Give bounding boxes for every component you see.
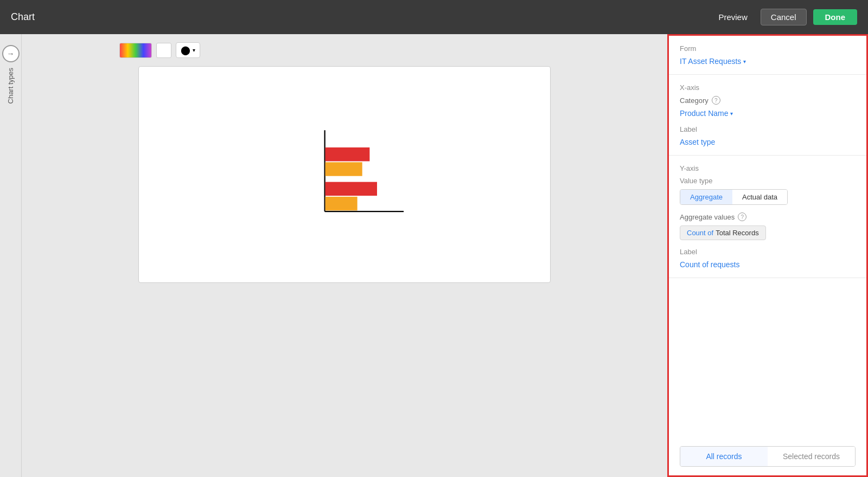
xaxis-label: X-axis: [680, 83, 856, 92]
svg-rect-3: [326, 162, 362, 176]
form-chevron-icon: ▾: [743, 59, 746, 65]
arrow-icon: →: [7, 49, 15, 58]
aggregate-help-icon[interactable]: ?: [738, 212, 746, 221]
header-actions: Preview Cancel Done: [712, 9, 857, 25]
category-dropdown[interactable]: Product Name ▾: [680, 109, 856, 118]
aggregate-values-text: Aggregate values: [680, 213, 735, 221]
all-records-button[interactable]: All records: [680, 447, 768, 466]
selected-records-button[interactable]: Selected records: [768, 447, 855, 466]
cancel-button[interactable]: Cancel: [761, 9, 807, 25]
preview-button[interactable]: Preview: [712, 9, 754, 25]
label-x-label: Label: [680, 125, 856, 133]
form-section: Form IT Asset Requests ▾: [669, 36, 866, 75]
svg-rect-4: [326, 182, 377, 196]
main-layout: → Chart types ⬤ ▾: [0, 34, 868, 477]
aggregate-tag[interactable]: Count of Total Records: [680, 225, 766, 240]
category-value: Product Name: [680, 109, 728, 118]
form-label: Form: [680, 44, 856, 53]
done-button[interactable]: Done: [813, 9, 858, 25]
svg-rect-5: [326, 197, 358, 210]
chart-preview: [138, 66, 551, 283]
label-y-label: Label: [680, 248, 856, 256]
records-toggle: All records Selected records: [680, 446, 856, 467]
header: Chart Preview Cancel Done: [0, 0, 868, 34]
right-config-panel: Form IT Asset Requests ▾ X-axis Category…: [667, 34, 868, 477]
aggregate-count: Count of: [687, 229, 713, 237]
theme-button[interactable]: ⬤ ▾: [176, 42, 200, 58]
theme-icon: ⬤: [181, 45, 190, 55]
white-swatch[interactable]: [156, 43, 171, 58]
theme-dropdown-icon: ▾: [193, 47, 195, 53]
label-y-value[interactable]: Count of requests: [680, 260, 856, 269]
actual-data-button[interactable]: Actual data: [732, 190, 787, 204]
category-text: Category: [680, 96, 709, 105]
toolbar: ⬤ ▾: [119, 42, 656, 58]
category-help-icon[interactable]: ?: [712, 96, 720, 105]
category-chevron-icon: ▾: [730, 111, 733, 117]
records-section: All records Selected records: [669, 437, 866, 475]
xaxis-section: X-axis Category ? Product Name ▾ Label A…: [669, 75, 866, 156]
color-palette-swatch[interactable]: [119, 43, 152, 58]
canvas-area: ⬤ ▾: [22, 34, 667, 477]
bar-chart-svg: [241, 120, 448, 229]
aggregate-button[interactable]: Aggregate: [680, 190, 732, 204]
yaxis-section: Y-axis Value type Aggregate Actual data …: [669, 156, 866, 278]
chart-types-label: Chart types: [7, 68, 15, 104]
form-value: IT Asset Requests: [680, 57, 741, 66]
label-x-value[interactable]: Asset type: [680, 138, 856, 146]
yaxis-label: Y-axis: [680, 164, 856, 172]
value-type-toggle: Aggregate Actual data: [680, 189, 788, 205]
form-dropdown[interactable]: IT Asset Requests ▾: [680, 57, 856, 66]
aggregate-field: Total Records: [716, 229, 758, 237]
aggregate-values-row: Aggregate values ?: [680, 212, 856, 221]
value-type-label: Value type: [680, 177, 856, 185]
chart-types-sidebar: → Chart types: [0, 34, 22, 477]
category-row: Category ?: [680, 96, 856, 105]
svg-rect-2: [326, 147, 370, 161]
app-title: Chart: [11, 11, 35, 23]
back-button[interactable]: →: [2, 45, 20, 62]
